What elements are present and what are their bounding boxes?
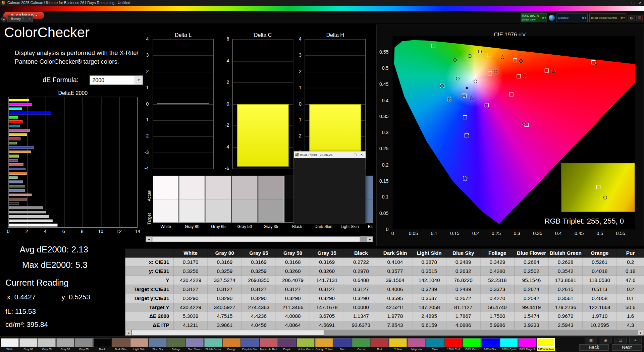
- scroll-left-button[interactable]: ◄: [125, 330, 131, 336]
- gear-icon[interactable]: ⚙: [542, 16, 544, 19]
- patch-button[interactable]: Blue: [333, 338, 352, 351]
- cie-target-point: [596, 185, 600, 189]
- patch-button[interactable]: Gray 80: [19, 338, 38, 351]
- patch-column[interactable]: Gray 80: [179, 176, 205, 231]
- patch-button[interactable]: Yellow: [389, 338, 407, 351]
- gear-icon[interactable]: ⚙: [621, 16, 623, 19]
- table-cell: 52.2318: [481, 276, 515, 285]
- table-cell: 0.3595: [378, 294, 413, 303]
- tab-history-1[interactable]: History 1 ✕: [7, 16, 33, 22]
- source-dropdown[interactable]: Source ⚙ ▾: [556, 13, 588, 22]
- table-cell: 3.6705: [310, 312, 344, 321]
- scroll-thumb[interactable]: [131, 330, 324, 336]
- column-header: Blue Flower: [515, 249, 549, 258]
- patch-button[interactable]: 100% Cyan: [500, 338, 518, 351]
- patch-button[interactable]: Gray 50: [56, 338, 74, 351]
- back-button[interactable]: Back: [579, 344, 609, 351]
- window-icon[interactable]: ❏: [614, 338, 627, 343]
- rgb-triplet-window-titlebar[interactable]: RGB Triplet - 26,26,26 – ▢ ✕: [294, 152, 366, 158]
- history-nav-button[interactable]: ▶: [1, 16, 7, 22]
- table-cell: 0.2628: [549, 258, 583, 267]
- patch-button[interactable]: Blue Sky: [149, 338, 167, 351]
- patch-button[interactable]: Blue Flower: [185, 338, 204, 351]
- strip-scrollbar[interactable]: ◄ ►: [146, 236, 373, 242]
- patch-button[interactable]: Orange Yellow: [315, 338, 333, 351]
- patch-button[interactable]: Purplish Blue: [241, 338, 259, 351]
- close-button[interactable]: ✕: [637, 0, 644, 6]
- next-button[interactable]: Next: [612, 344, 641, 351]
- patch-button[interactable]: 100% Yellow: [537, 338, 555, 351]
- scroll-right-button[interactable]: ►: [367, 236, 373, 242]
- close-button[interactable]: ✕: [359, 153, 364, 157]
- maximize-button[interactable]: ▢: [353, 153, 358, 157]
- scroll-left-button[interactable]: ◄: [146, 236, 152, 242]
- patch-button[interactable]: Bluish Green: [204, 338, 222, 351]
- target-swatch: [258, 199, 283, 223]
- table-cell: 0.3290: [242, 294, 276, 303]
- power-button[interactable]: ⏻: [636, 14, 643, 21]
- table-cell: 1.7867: [446, 312, 481, 321]
- deltae-bar: [9, 146, 34, 149]
- gridline: [153, 104, 213, 104]
- rgb-triplet-window[interactable]: RGB Triplet - 26,26,26 – ▢ ✕: [294, 151, 366, 224]
- patch-button[interactable]: Moderate Red: [260, 338, 278, 351]
- patch-label: Gray 35: [258, 223, 284, 230]
- table-cell: 0.3537: [412, 294, 446, 303]
- patch-button[interactable]: 100% Green: [463, 338, 481, 351]
- display-control-dropdown[interactable]: Direct Display Control ⚙ ▾: [589, 13, 626, 22]
- patch-button[interactable]: Orange: [223, 338, 241, 351]
- patch-color: [500, 338, 518, 347]
- gear-icon[interactable]: ⚙: [582, 16, 585, 19]
- settings-button[interactable]: ⚙: [628, 14, 635, 21]
- patch-column[interactable]: Gray 35: [258, 176, 284, 231]
- table-row: ΔE 20005.30394.75154.42364.00883.67051.1…: [125, 312, 644, 321]
- meter-icon[interactable]: ◉: [600, 338, 612, 343]
- column-header: Dark Skin: [378, 249, 413, 258]
- patch-button[interactable]: 100% Magenta: [518, 338, 536, 351]
- patch-column[interactable]: White: [153, 176, 179, 231]
- patch-button[interactable]: Red: [370, 338, 388, 351]
- meter-dropdown[interactable]: X-Rite i1Pro 3 Direct View ⚙ ▾: [521, 13, 547, 22]
- scroll-track[interactable]: [131, 330, 638, 336]
- patch-button[interactable]: Gray 35: [75, 338, 93, 351]
- de-formula-select[interactable]: 2000 ▾: [90, 75, 143, 85]
- patch-button[interactable]: Magenta: [408, 338, 426, 351]
- table-cell: 1.5474: [515, 312, 549, 321]
- patch-button[interactable]: Foliage: [167, 338, 185, 351]
- profile-badge[interactable]: [549, 15, 555, 21]
- patch-button[interactable]: Gray 65: [38, 338, 56, 351]
- patch-button[interactable]: Dark Skin: [112, 338, 130, 351]
- delta-l-title: Delta L: [153, 32, 214, 38]
- patch-button[interactable]: Purple: [278, 338, 296, 351]
- table-scrollbar[interactable]: ◄ ►: [125, 330, 644, 336]
- patch-button[interactable]: Cyan: [426, 338, 444, 351]
- cie-target-point: [517, 74, 521, 78]
- axis-tick-label: 1: [299, 85, 302, 90]
- axis-tick-label: -3: [145, 150, 149, 155]
- scroll-thumb[interactable]: [152, 236, 360, 242]
- deltae-bar: [9, 99, 29, 101]
- minimize-button[interactable]: –: [622, 0, 629, 6]
- patch-button[interactable]: Yellow Green: [297, 338, 315, 351]
- scroll-right-button[interactable]: ►: [638, 330, 644, 336]
- minimize-button[interactable]: –: [346, 153, 351, 157]
- pattern-icon[interactable]: ▦: [585, 338, 597, 343]
- patch-button[interactable]: Green: [352, 338, 370, 351]
- table-cell: 0.3515: [412, 267, 446, 276]
- patch-column[interactable]: Gray 65: [205, 176, 231, 231]
- patch-button[interactable]: 100% Blue: [481, 338, 499, 351]
- gridline: [153, 120, 213, 120]
- target-icon[interactable]: ⌖: [629, 338, 642, 343]
- patch-button-label: Magenta: [408, 347, 426, 351]
- patch-color: [518, 338, 536, 347]
- patch-button[interactable]: Black: [93, 338, 111, 351]
- patch-button[interactable]: White: [1, 338, 19, 351]
- patch-button-label: Purplish Blue: [241, 347, 259, 351]
- scroll-track[interactable]: [152, 236, 367, 242]
- patch-button[interactable]: 100% Red: [444, 338, 463, 351]
- patch-column[interactable]: Gray 50: [232, 176, 258, 231]
- tab-close-icon[interactable]: ✕: [29, 17, 31, 20]
- maximize-button[interactable]: ▢: [629, 0, 637, 6]
- axis-tick-label: 0.45: [379, 82, 388, 87]
- patch-button[interactable]: Light Skin: [130, 338, 148, 351]
